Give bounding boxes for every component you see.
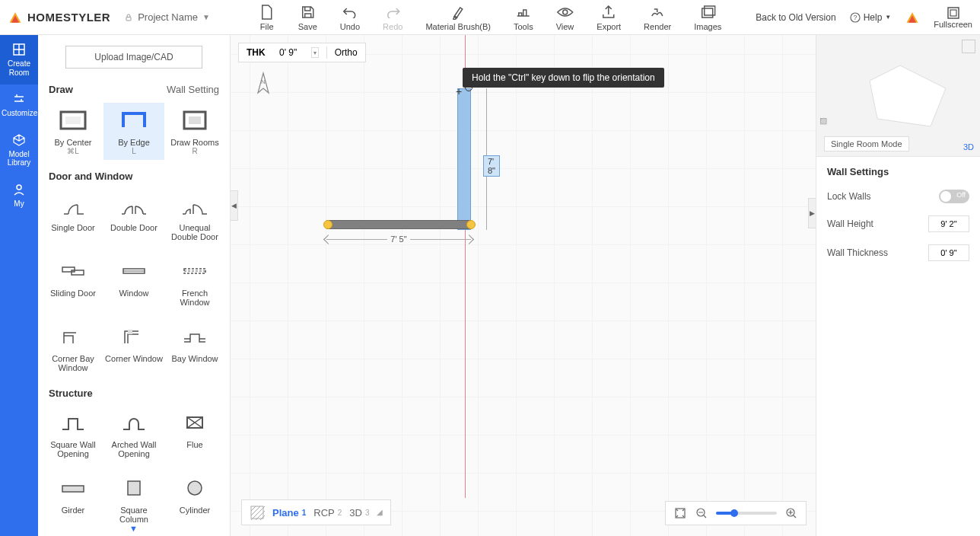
tools-menu[interactable]: Tools (514, 4, 533, 31)
rail-my[interactable]: My (0, 175, 38, 216)
redo-button[interactable]: Redo (383, 4, 402, 31)
zoom-fit-button[interactable] (673, 506, 687, 520)
view-menu[interactable]: View (556, 4, 574, 31)
export-button[interactable]: Export (597, 4, 621, 31)
scroll-down-icon[interactable]: ▼ (129, 524, 138, 533)
eye-icon (556, 4, 573, 21)
project-dropdown[interactable]: Project Name ▼ (124, 11, 210, 23)
tool-window[interactable]: Window (103, 254, 164, 311)
images-button[interactable]: Images (694, 4, 721, 31)
rail-customize[interactable]: Customize (0, 85, 38, 126)
tool-arched-wall-opening[interactable]: Arched Wall Opening (103, 405, 164, 463)
collapse-sidebar-button[interactable]: ◀ (231, 190, 238, 221)
tool-french-window[interactable]: French Window (164, 254, 225, 311)
svg-rect-26 (251, 506, 263, 518)
tool-flue[interactable]: Flue (164, 405, 225, 463)
customize-icon (12, 92, 26, 106)
tool-by-edge[interactable]: By EdgeL (103, 103, 164, 160)
preview-3d-label[interactable]: 3D (963, 142, 974, 152)
hint-tooltip: Hold the "Ctrl" key down to flip the ori… (463, 68, 664, 88)
zoom-slider[interactable] (716, 512, 777, 515)
back-to-old-link[interactable]: Back to Old Version (756, 12, 835, 23)
homestyler-logo-icon (8, 10, 23, 25)
tool-draw-rooms[interactable]: Draw RoomsR (164, 103, 225, 160)
tool-sliding-door[interactable]: Sliding Door (43, 254, 103, 311)
rail-model-library[interactable]: Model Library (0, 126, 38, 175)
tool-double-door[interactable]: Double Door (103, 188, 164, 246)
tool-corner-window[interactable]: Corner Window (103, 319, 164, 377)
zoom-out-button[interactable] (695, 506, 708, 520)
preview-mode-button[interactable]: Single Room Mode (824, 136, 909, 152)
dimension-input[interactable]: 7' 8" (483, 155, 500, 177)
by-edge-icon (117, 107, 151, 133)
viewbar-resize-handle[interactable]: ◢ (377, 508, 383, 520)
svg-point-9 (17, 185, 21, 190)
canvas-area[interactable]: THK ▾ Ortho N Hold the "Ctrl" key down t… (231, 35, 816, 536)
preview-hatch-icon[interactable]: ▨ (819, 116, 827, 126)
tools-icon (515, 4, 532, 21)
view-rcp-tab[interactable]: RCP2 (313, 507, 342, 518)
file-menu[interactable]: File (259, 4, 275, 31)
window-icon (117, 258, 151, 284)
tool-girder[interactable]: Girder (43, 471, 103, 528)
save-icon (299, 4, 316, 21)
double-door-icon (117, 193, 151, 219)
app-logo[interactable]: HOMESTYLER (0, 10, 118, 25)
project-name: Project Name (138, 11, 198, 23)
thk-input[interactable] (273, 47, 304, 58)
preview-expand-button[interactable] (962, 40, 975, 53)
wall-node[interactable] (323, 220, 332, 229)
render-icon (649, 4, 666, 21)
dimension-horizontal: 7' 5" (326, 234, 471, 244)
svg-rect-0 (126, 17, 131, 21)
ortho-button[interactable]: Ortho (335, 47, 358, 58)
homestyler-small-logo-icon[interactable] (905, 10, 920, 25)
wall-node[interactable] (466, 220, 476, 229)
zoom-in-button[interactable] (784, 506, 798, 520)
corner-bay-window-icon (56, 324, 90, 349)
tool-corner-bay-window[interactable]: Corner Bay Window (43, 319, 103, 377)
wall-segment-existing[interactable] (326, 220, 471, 229)
wall-setting-link[interactable]: Wall Setting (167, 84, 219, 95)
thk-label: THK (247, 47, 266, 58)
tool-square-wall-opening[interactable]: Square Wall Opening (43, 405, 103, 463)
tool-square-column[interactable]: Square Column (103, 471, 164, 528)
help-icon: ? (850, 12, 861, 23)
wall-height-input[interactable] (928, 215, 969, 232)
svg-rect-13 (189, 116, 201, 124)
tool-by-center[interactable]: By Center⌘L (43, 103, 103, 160)
dimension-vertical: 7' 8" (482, 88, 492, 230)
material-brush-button[interactable]: Material Brush(B) (425, 4, 491, 31)
girder-icon (56, 475, 90, 501)
render-button[interactable]: Render (644, 4, 671, 31)
tool-cylinder[interactable]: Cylinder (164, 471, 225, 528)
sidebar: Upload Image/CAD Draw Wall Setting By Ce… (38, 35, 231, 536)
tool-unequal-double-door[interactable]: Unequal Double Door (164, 188, 225, 246)
fullscreen-button[interactable]: Fullscreen (934, 6, 972, 29)
view-3d-tab[interactable]: 3D3 (349, 507, 369, 518)
tool-single-door[interactable]: Single Door (43, 188, 103, 246)
collapse-right-panel-button[interactable]: ▶ (808, 198, 816, 228)
wall-thickness-input[interactable] (928, 244, 969, 261)
lock-walls-toggle[interactable]: Off (939, 190, 969, 203)
save-button[interactable]: Save (298, 4, 317, 31)
draw-rooms-icon (178, 107, 212, 133)
undo-button[interactable]: Undo (340, 4, 360, 31)
rail-create-room[interactable]: Create Room (0, 35, 38, 85)
compass-icon[interactable]: N (252, 72, 275, 97)
tool-bay-window[interactable]: Bay Window (164, 319, 225, 377)
lock-icon (124, 13, 133, 22)
thk-dropdown-icon[interactable]: ▾ (311, 47, 319, 58)
thickness-bar: THK ▾ Ortho (238, 43, 366, 62)
help-button[interactable]: ?Help▼ (850, 12, 892, 23)
library-icon (12, 133, 26, 147)
view-plane-tab[interactable]: Plane1 (272, 507, 306, 518)
file-icon (259, 4, 275, 21)
svg-rect-11 (65, 116, 81, 124)
wall-height-label: Wall Height (827, 219, 873, 229)
preview-3d[interactable]: ▨ Single Room Mode 3D (816, 35, 980, 157)
wall-segment-drawing[interactable] (457, 88, 471, 230)
hatch-toggle-icon[interactable] (250, 505, 265, 520)
upload-button[interactable]: Upload Image/CAD (65, 46, 202, 69)
canvas-grid (231, 35, 816, 536)
